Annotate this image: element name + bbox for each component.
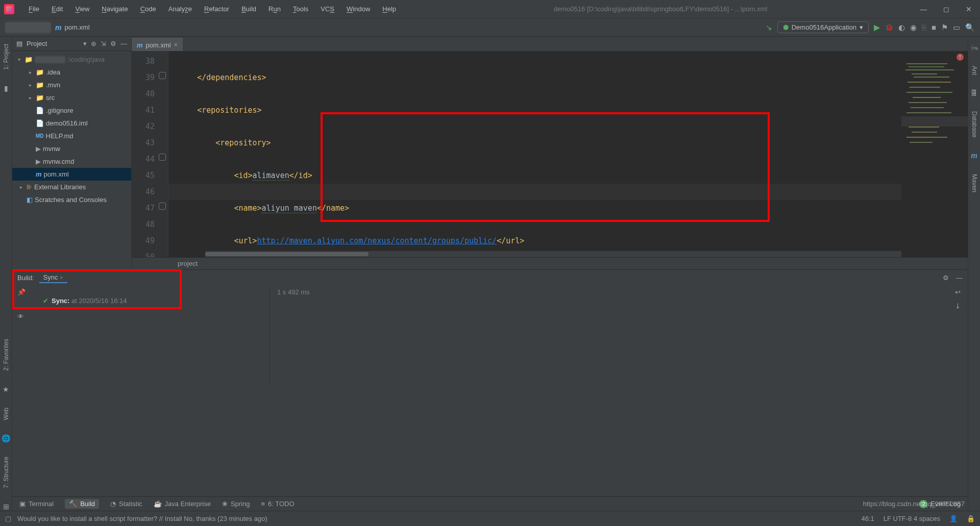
tool-terminal[interactable]: ▣ Terminal [19,500,54,508]
attach-button[interactable]: ⎘ [922,23,926,32]
maximize-button[interactable]: ◻ [943,5,949,13]
project-tool-window: ▤ Project ▾ ⊕ ⇲ ⚙ — ▾📁:\coding\java ▸📁.i… [12,37,132,269]
inspection-icon[interactable]: 👤 [949,515,958,522]
editor-breadcrumb[interactable]: project [132,257,968,269]
search-everywhere-button[interactable]: 🔍 [965,23,975,32]
tool-event-log[interactable]: Event Log [930,500,961,508]
left-tool-strip: 1: Project ▮ 2: Favorites ★ Web 🌐 7: Str… [0,37,12,511]
bookmarks-icon[interactable]: ▮ [4,84,8,92]
tool-favorites[interactable]: 2: Favorites [3,339,10,371]
close-tab-icon[interactable]: × [60,274,63,281]
gear-icon[interactable]: ⚙ [943,274,949,282]
close-tab-icon[interactable]: × [174,41,178,48]
breadcrumb-project[interactable] [5,22,51,33]
database-icon: 🗄 [971,89,977,97]
scroll-to-end-icon[interactable]: ⤓ [955,302,961,310]
tool-window-quick-access-icon[interactable]: ▢ [5,515,11,522]
file-encoding[interactable]: LF UTF-8 4 spaces [884,515,940,522]
horizontal-scrollbar[interactable] [205,251,901,257]
minimize-button[interactable]: — [920,5,927,13]
tool-todo[interactable]: ≡ 6: TODO [261,500,294,508]
error-stripe-icon[interactable]: ! [957,54,964,61]
tool-project[interactable]: 1: Project [3,44,10,70]
tree-item-help[interactable]: HELP.md [46,130,74,142]
project-view-dropdown[interactable]: ▾ [83,40,87,47]
tree-item-pom[interactable]: pom.xml [44,168,69,181]
menu-code[interactable]: Code [135,3,161,15]
editor-gutter[interactable]: 38 39 40 41 42 43 44 45 46 47 48 49 50 [132,51,168,257]
hide-button[interactable]: — [120,40,127,47]
tree-item-mvn[interactable]: .mvn [46,79,60,91]
build-tree[interactable]: 📌 ✔Sync: at 2020/5/16 16:14 👁 [12,285,270,384]
menu-edit[interactable]: Edit [46,3,68,15]
tree-item-src[interactable]: src [46,91,55,104]
menu-window[interactable]: Window [341,3,375,15]
expand-all-icon[interactable]: ⇲ [101,40,106,47]
tree-item-external-libs[interactable]: External Libraries [34,181,86,193]
menu-tools[interactable]: Tools [288,3,313,15]
tree-item-idea[interactable]: .idea [46,66,60,79]
tool-web[interactable]: Web [3,408,10,420]
pin-icon[interactable]: 📌 [17,288,33,296]
tool-maven[interactable]: Maven [971,174,978,192]
menu-file[interactable]: File [23,3,44,15]
build-output[interactable]: 1 s 492 ms ↩ ⤓ [270,285,968,384]
tree-item-iml[interactable]: demo0516.iml [46,117,88,130]
tree-item-scratches[interactable]: Scratches and Consoles [35,193,107,206]
tree-item-gitignore[interactable]: .gitignore [46,104,73,117]
menu-help[interactable]: Help [377,3,401,15]
status-message[interactable]: Would you like to install a shell script… [17,515,267,522]
stop-button[interactable]: ■ [932,23,936,32]
fold-marker[interactable] [159,154,166,161]
coverage-button[interactable]: ◐ [898,23,905,32]
menu-run[interactable]: Run [263,3,286,15]
run-config-selector[interactable]: ⬢ Demo0516Application ▾ [777,21,869,33]
build-hammer-icon[interactable]: ↘ [766,23,772,32]
build-tab-sync[interactable]: Sync × [39,272,67,283]
editor-area: m pom.xml × 38 39 40 41 42 43 44 45 46 4… [132,37,968,269]
menu-view[interactable]: View [70,3,94,15]
editor-tabs: m pom.xml × [132,37,968,51]
caret-position[interactable]: 46:1 [861,515,874,522]
tool-structure[interactable]: 7: Structure [3,457,10,488]
project-root-path: :\coding\java [67,53,105,66]
menu-build[interactable]: Build [236,3,261,15]
tree-item-mvnw[interactable]: mvnw [43,142,60,155]
run-config-icon: ⬢ [783,23,789,31]
lock-icon[interactable]: 🔒 [967,515,975,522]
tool-ant[interactable]: Ant [971,66,978,75]
tree-item-mvnwcmd[interactable]: mvnw.cmd [43,155,74,168]
fold-marker[interactable] [159,203,166,210]
editor-minimap[interactable]: ! [901,51,968,257]
code-editor[interactable]: </dependencies> <repositories> <reposito… [168,51,968,257]
run-button[interactable]: ▶ [874,22,880,32]
menu-refactor[interactable]: Refactor [199,3,234,15]
tool-java-enterprise[interactable]: ☕ Java Enterprise [154,500,211,508]
menu-analyze[interactable]: Analyze [163,3,197,15]
navigation-bar: m pom.xml ↘ ⬢ Demo0516Application ▾ ▶ 🐞 … [0,18,980,37]
tool-build[interactable]: 🔨 Build [65,499,99,509]
editor-tab-pom[interactable]: m pom.xml × [132,38,183,51]
hide-button[interactable]: — [956,274,963,282]
tool-statistic[interactable]: ◔ Statistic [110,500,142,508]
update-button[interactable]: ⚑ [941,23,948,32]
fold-marker[interactable] [159,72,166,79]
profile-button[interactable]: ◉ [910,23,917,32]
breadcrumb-file[interactable]: pom.xml [64,23,89,31]
tool-spring[interactable]: ❀ Spring [222,500,250,508]
gear-icon[interactable]: ⚙ [110,40,116,47]
chevron-down-icon: ▾ [860,23,863,31]
soft-wrap-icon[interactable]: ↩ [955,288,961,296]
menu-navigate[interactable]: Navigate [96,3,133,15]
targets-button[interactable]: ▭ [953,23,960,32]
event-count-badge: 2 [919,500,927,508]
select-opened-file-icon[interactable]: ⊕ [91,40,96,47]
sync-status-label: Sync: [52,297,69,305]
structure-icon: ⊞ [3,503,9,511]
project-tree[interactable]: ▾📁:\coding\java ▸📁.idea ▸📁.mvn ▸📁src 📄.g… [12,51,131,208]
show-icon[interactable]: 👁 [17,313,33,320]
debug-button[interactable]: 🐞 [885,23,893,31]
tool-database[interactable]: Database [971,111,978,137]
menu-vcs[interactable]: VCS [315,3,339,15]
close-button[interactable]: ✕ [966,5,972,13]
